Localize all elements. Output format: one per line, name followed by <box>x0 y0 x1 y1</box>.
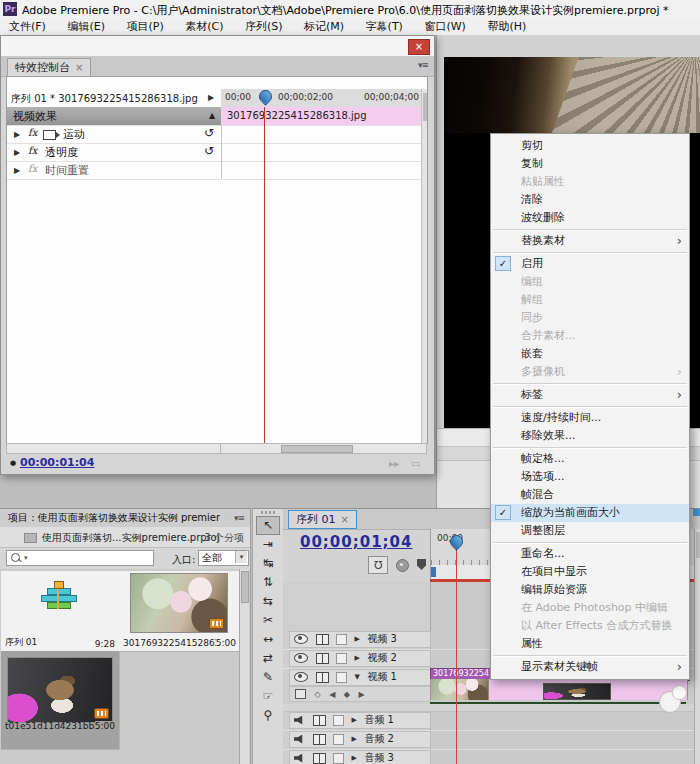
track-visibility-icon[interactable] <box>294 653 308 663</box>
hand-tool[interactable]: ☞ <box>257 687 279 706</box>
track-mute-icon[interactable] <box>294 735 305 744</box>
tab-sequence-01[interactable]: 序列 01× <box>288 510 357 529</box>
expand-right-icon[interactable]: ▶ <box>14 130 20 139</box>
export-frame-icon[interactable]: ▭ <box>411 458 420 469</box>
timeline-scrollbar[interactable] <box>694 529 700 764</box>
context-menu-item[interactable]: 粘贴属性 <box>491 173 689 191</box>
panel-menu-icon[interactable]: ▾≡ <box>234 513 244 523</box>
pen-tool[interactable]: ✎ <box>257 668 279 687</box>
project-item-girl-clip[interactable]: 301769322541528631... 5:00 <box>119 571 241 652</box>
timeline-clip-bar[interactable]: 3017693225415286318.jpg <box>221 107 421 125</box>
expand-right-icon[interactable]: ▶ <box>208 93 214 102</box>
context-menu-item[interactable]: 复制 <box>491 155 689 173</box>
play-around-icon[interactable]: ▸▸ <box>389 458 399 469</box>
track-header[interactable]: ▶ 视频 3 <box>289 631 431 648</box>
tab-effect-controls[interactable]: 特效控制台× <box>7 58 91 76</box>
track-visibility-icon[interactable] <box>294 672 308 682</box>
context-menu-item[interactable]: 嵌套 <box>491 345 689 363</box>
track-lock-box[interactable] <box>336 653 347 664</box>
expand-right-icon[interactable]: ▶ <box>352 716 357 724</box>
chevron-down-icon[interactable]: ▾ <box>24 554 28 562</box>
track-header[interactable]: ▶ 音频 1 <box>289 712 431 729</box>
track-header[interactable]: ▼ 视频 1 <box>289 669 431 686</box>
context-menu-item[interactable]: 属性 <box>491 635 689 653</box>
entry-filter-select[interactable]: 全部 ▾ <box>198 550 249 566</box>
context-menu-item[interactable]: 移除效果... <box>491 427 689 445</box>
track-mute-icon[interactable] <box>294 716 305 725</box>
clip-fade-handle[interactable] <box>672 685 687 700</box>
track-synclock-icon[interactable] <box>316 672 329 683</box>
effects-scrollbar-vertical[interactable] <box>421 89 428 443</box>
effects-scrollbar-horizontal[interactable] <box>6 443 427 453</box>
slip-tool[interactable]: ↔ <box>257 630 279 649</box>
menu-file[interactable]: 文件(F) <box>0 18 55 35</box>
context-menu-item[interactable]: 剪切 <box>491 137 689 155</box>
context-menu-item[interactable]: 多摄像机 › <box>491 363 689 381</box>
menu-help[interactable]: 帮助(H) <box>478 18 535 35</box>
expand-down-icon[interactable]: ▼ <box>355 673 360 681</box>
selection-tool[interactable]: ↖ <box>256 516 280 535</box>
panel-grip[interactable] <box>261 511 275 514</box>
track-mute-icon[interactable] <box>294 754 305 763</box>
effects-timeline-ruler[interactable]: 00;00 00;00;02;00 00;00;04;00 <box>221 89 421 108</box>
search-input[interactable]: ▾ <box>6 550 154 566</box>
track-lock-box[interactable] <box>336 634 347 645</box>
project-item-kitten-clip[interactable]: t01e51d11d4231bb860... 5:00 <box>1 651 120 750</box>
track-header[interactable]: ▶ 音频 2 <box>289 731 431 748</box>
display-style-icon[interactable] <box>295 689 306 699</box>
effect-row-opacity[interactable]: ▶ fx 透明度 ↺ <box>7 143 421 162</box>
context-menu-item[interactable]: 显示素材关键帧 › <box>491 658 689 676</box>
snap-toggle-button[interactable]: Ω <box>368 556 388 574</box>
reset-effect-icon[interactable]: ↺ <box>204 144 214 158</box>
context-menu-item[interactable]: 重命名... <box>491 545 689 563</box>
context-menu-item[interactable]: 在 Adobe Photoshop 中编辑 <box>491 599 689 617</box>
track-lock-box[interactable] <box>333 753 344 764</box>
tab-close-icon[interactable]: × <box>341 514 349 525</box>
expand-right-icon[interactable]: ▶ <box>352 754 357 762</box>
effect-row-motion[interactable]: ▶ fx 运动 ↺ <box>7 125 421 144</box>
context-menu-item[interactable]: 在项目中显示 <box>491 563 689 581</box>
sequence-timecode[interactable]: 00;00;01;04 <box>300 533 413 551</box>
close-icon[interactable]: × <box>408 39 430 55</box>
chevron-down-icon[interactable]: ▾ <box>235 551 247 563</box>
context-menu-item[interactable]: 合并素材... <box>491 327 689 345</box>
context-menu-item[interactable]: 速度/持续时间... <box>491 409 689 427</box>
previous-keyframe-icon[interactable]: ◀ <box>329 690 335 699</box>
context-menu-item[interactable]: 波纹删除 <box>491 209 689 227</box>
context-menu-item[interactable]: 同步 <box>491 309 689 327</box>
expand-right-icon[interactable]: ▶ <box>14 166 20 175</box>
track-synclock-icon[interactable] <box>316 653 329 664</box>
floating-window-titlebar[interactable]: × <box>1 36 434 57</box>
menu-marker[interactable]: 标记(M) <box>295 18 353 35</box>
keyframe-icon[interactable]: ◆ <box>344 690 350 699</box>
razor-tool[interactable]: ✂ <box>257 611 279 630</box>
ripple-edit-tool[interactable]: ↹ <box>257 554 279 573</box>
video-effects-header[interactable]: 视频效果 ▲ <box>7 107 222 125</box>
context-menu-item[interactable]: ✓ 启用 <box>491 255 689 273</box>
tab-project[interactable]: 项目 : 使用页面剥落切换效果设计实例 premiere ▾≡ <box>0 509 250 528</box>
add-keyframe-icon[interactable]: ◇ <box>315 690 321 699</box>
zoom-tool[interactable]: ⚲ <box>257 706 279 725</box>
playhead-marker[interactable] <box>450 535 463 548</box>
slide-tool[interactable]: ⇄ <box>257 649 279 668</box>
track-synclock-icon[interactable] <box>313 753 326 764</box>
panel-menu-icon[interactable]: ▾≡ <box>418 60 428 70</box>
work-area-start-cap[interactable] <box>431 567 436 577</box>
collapse-up-icon[interactable]: ▲ <box>209 111 215 120</box>
expand-right-icon[interactable]: ▶ <box>355 654 360 662</box>
context-menu-item[interactable]: 解组 <box>491 291 689 309</box>
project-item-sequence[interactable]: 序列 01 9:28 <box>1 571 120 652</box>
context-menu-item[interactable]: 替换素材 › <box>491 232 689 250</box>
track-synclock-icon[interactable] <box>316 634 329 645</box>
track-select-tool[interactable]: ⇥ <box>257 535 279 554</box>
context-menu-item[interactable]: 以 After Effects 合成方式替换 <box>491 617 689 635</box>
track-visibility-icon[interactable] <box>294 634 308 644</box>
menu-title[interactable]: 字幕(T) <box>357 18 412 35</box>
tab-close-icon[interactable]: × <box>75 62 83 73</box>
track-synclock-icon[interactable] <box>313 734 326 745</box>
context-menu-item[interactable]: 清除 <box>491 191 689 209</box>
reset-effect-icon[interactable]: ↺ <box>204 126 214 140</box>
track-synclock-icon[interactable] <box>313 715 326 726</box>
effects-timecode[interactable]: 00:00:01:04 <box>20 456 94 469</box>
track-lock-box[interactable] <box>333 734 344 745</box>
